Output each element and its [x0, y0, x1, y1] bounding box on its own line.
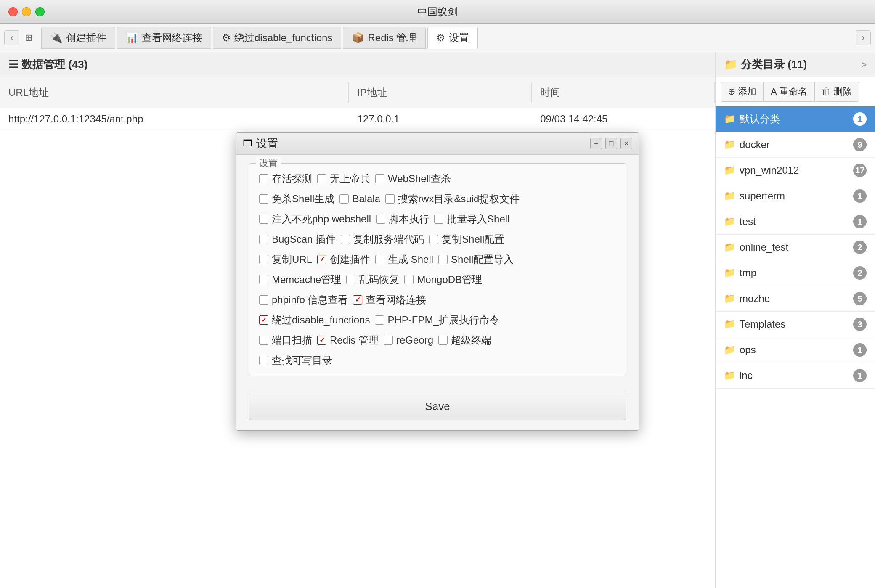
checkbox-free-shell[interactable] — [259, 194, 268, 204]
modal-icon: 🗔 — [243, 138, 252, 149]
save-button[interactable]: Save — [249, 393, 626, 420]
category-item[interactable]: 📁 docker 9 — [716, 132, 875, 158]
checkbox-php-fpm[interactable] — [375, 315, 384, 325]
tab-settings[interactable]: ⚙ 设置 — [427, 27, 478, 49]
setting-label-regeorg: reGeorg — [396, 334, 433, 346]
folder-icon: 📁 — [724, 216, 735, 227]
checkbox-create-plugin[interactable] — [317, 255, 326, 264]
data-manager-title: 数据管理 (43) — [21, 57, 88, 72]
setting-label-webshell-kill: WebShell查杀 — [388, 172, 451, 185]
close-button[interactable] — [8, 7, 18, 16]
checkbox-inject-php[interactable] — [259, 215, 268, 224]
category-list: 📁 默认分类 1 📁 docker 9 📁 vpn_win2012 17 📁 s… — [716, 106, 875, 588]
app-title: 中国蚁剑 — [417, 5, 458, 19]
settings-row: 存活探测 无上帝兵 WebShell查杀 — [259, 172, 616, 185]
setting-item-free-shell: 免杀Shell生成 — [259, 192, 334, 206]
rename-icon: A — [771, 86, 777, 97]
checkbox-view-network[interactable] — [353, 295, 362, 305]
checkbox-copy-server-code[interactable] — [341, 235, 350, 244]
settings-group: 设置 存活探测 无上帝兵 WebShell查杀 免杀Shell生成 Balala… — [249, 163, 626, 376]
setting-item-port-scan: 端口扫描 — [259, 334, 312, 347]
checkbox-encoding-repair[interactable] — [346, 275, 355, 284]
checkbox-bugscan[interactable] — [259, 235, 268, 244]
setting-item-generate-shell: 生成 Shell — [375, 253, 433, 266]
checkbox-copy-shell-config[interactable] — [429, 235, 438, 244]
add-category-button[interactable]: ⊕ 添加 — [721, 82, 764, 102]
delete-category-button[interactable]: 🗑 删除 — [814, 82, 859, 102]
window-controls — [8, 7, 45, 16]
category-item[interactable]: 📁 inc 1 — [716, 363, 875, 389]
category-item[interactable]: 📁 online_test 2 — [716, 235, 875, 260]
checkbox-shell-config-import[interactable] — [438, 255, 448, 264]
checkbox-port-scan[interactable] — [259, 336, 268, 345]
setting-item-regeorg: reGeorg — [384, 334, 433, 346]
settings-modal: 🗔 设置 − □ × 设置 存活探测 无上帝兵 WebShell查杀 免杀She… — [236, 132, 639, 431]
category-item[interactable]: 📁 默认分类 1 — [716, 106, 875, 132]
checkbox-script-exec[interactable] — [376, 215, 385, 224]
category-item[interactable]: 📁 tmp 2 — [716, 260, 875, 286]
checkbox-tianbing[interactable] — [317, 174, 326, 183]
checkbox-copy-url[interactable] — [259, 255, 268, 264]
checkbox-survival-probe[interactable] — [259, 174, 268, 183]
data-manager-header: ☰ 数据管理 (43) — [0, 52, 715, 77]
tab-create-plugin[interactable]: 🔌 创建插件 — [41, 27, 115, 49]
checkbox-generate-shell[interactable] — [375, 255, 384, 264]
tab-grid-button[interactable]: ⊞ — [21, 30, 36, 45]
category-item[interactable]: 📁 vpn_win2012 17 — [716, 158, 875, 183]
modal-controls: − □ × — [590, 138, 632, 149]
modal-close-button[interactable]: × — [620, 138, 632, 149]
checkbox-bypass-disable[interactable] — [259, 315, 268, 325]
folder-icon: 📁 — [724, 139, 735, 150]
tab-view-network[interactable]: 📊 查看网络连接 — [117, 27, 211, 49]
checkbox-balala[interactable] — [339, 194, 349, 204]
category-item[interactable]: 📁 Templates 3 — [716, 312, 875, 337]
maximize-button[interactable] — [35, 7, 45, 16]
checkbox-super-terminal[interactable] — [438, 336, 448, 345]
folder-icon: 📁 — [724, 58, 737, 71]
setting-label-memcache: Memcache管理 — [272, 273, 341, 286]
tab-redis[interactable]: 📦 Redis 管理 — [343, 27, 425, 49]
bypass-icon: ⚙ — [222, 32, 231, 44]
category-badge: 1 — [853, 343, 867, 357]
category-name: inc — [740, 370, 849, 381]
checkbox-regeorg[interactable] — [384, 336, 393, 345]
table-row[interactable]: http://127.0.0.1:12345/ant.php 127.0.0.1… — [0, 108, 715, 130]
checkbox-search-rwx[interactable] — [385, 194, 395, 204]
category-item[interactable]: 📁 ops 1 — [716, 337, 875, 363]
checkbox-phpinfo[interactable] — [259, 295, 268, 305]
setting-label-phpinfo: phpinfo 信息查看 — [272, 293, 348, 307]
category-badge: 1 — [853, 112, 867, 126]
minimize-button[interactable] — [22, 7, 31, 16]
category-item[interactable]: 📁 superterm 1 — [716, 183, 875, 209]
setting-label-view-network: 查看网络连接 — [366, 293, 426, 307]
setting-label-tianbing: 无上帝兵 — [330, 172, 370, 185]
tab-prev-button[interactable]: ‹ — [4, 30, 19, 45]
modal-titlebar: 🗔 设置 − □ × — [236, 133, 639, 155]
rename-category-button[interactable]: A 重命名 — [764, 82, 814, 102]
tab-bypass-disable[interactable]: ⚙ 绕过disable_functions — [213, 27, 341, 49]
modal-maximize-button[interactable]: □ — [605, 138, 617, 149]
category-name: tmp — [740, 267, 849, 279]
category-item[interactable]: 📁 mozhe 5 — [716, 286, 875, 312]
checkbox-redis[interactable] — [317, 336, 326, 345]
folder-icon: 📁 — [724, 165, 735, 176]
col-header-ip: IP地址 — [349, 82, 532, 103]
plugin-icon: 🔌 — [50, 32, 63, 44]
category-item[interactable]: 📁 test 1 — [716, 209, 875, 235]
setting-item-batch-import: 批量导入Shell — [434, 212, 509, 226]
modal-minimize-button[interactable]: − — [590, 138, 602, 149]
checkbox-webshell-kill[interactable] — [375, 174, 384, 183]
checkbox-mongodb[interactable] — [404, 275, 414, 284]
category-title: 分类目录 (11) — [741, 57, 807, 72]
checkbox-memcache[interactable] — [259, 275, 268, 284]
folder-icon: 📁 — [724, 242, 735, 253]
setting-item-balala: Balala — [339, 193, 380, 205]
title-bar: 中国蚁剑 — [0, 0, 875, 24]
list-icon: ☰ — [8, 58, 18, 71]
checkbox-batch-import[interactable] — [434, 215, 443, 224]
cell-ip: 127.0.0.1 — [349, 108, 532, 130]
tab-next-button[interactable]: › — [856, 30, 871, 45]
setting-label-find-writable: 查找可写目录 — [272, 354, 332, 367]
category-badge: 1 — [853, 215, 867, 228]
checkbox-find-writable[interactable] — [259, 356, 268, 365]
